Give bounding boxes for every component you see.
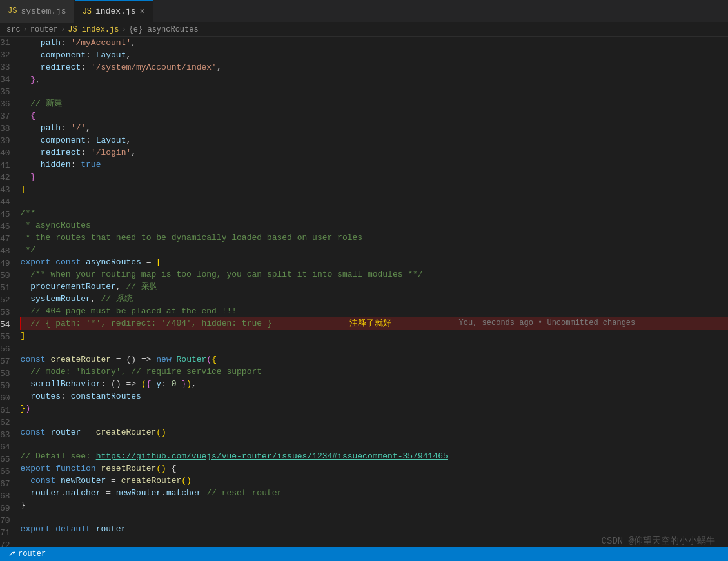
watermark: CSDN @仰望天空的小小蜗牛 bbox=[602, 535, 715, 547]
ln-39: 39 bbox=[0, 135, 21, 147]
breadcrumb-file: JS index.js bbox=[68, 25, 119, 34]
ln-69: 69 bbox=[0, 502, 21, 515]
code-line-65: // Detail see: https://github.com/vuejs/… bbox=[21, 450, 728, 462]
code-line-33: redirect: '/system/myAccount/index', bbox=[21, 61, 728, 74]
breadcrumb-symbol: {e} asyncRoutes bbox=[129, 25, 199, 34]
ln-51: 51 bbox=[0, 282, 21, 294]
code-line-46: * asyncRoutes bbox=[21, 219, 728, 231]
tab-label-index: index.js bbox=[95, 6, 135, 16]
code-line-34: }, bbox=[21, 74, 728, 86]
code-line-35 bbox=[21, 86, 728, 97]
tab-index-js[interactable]: JS index.js × bbox=[75, 0, 153, 23]
ln-38: 38 bbox=[0, 123, 21, 135]
code-line-63: const router = createRouter() bbox=[21, 426, 728, 438]
ln-44: 44 bbox=[0, 196, 21, 208]
ln-49: 49 bbox=[0, 257, 21, 270]
annotation-text: 注释了就好 bbox=[349, 317, 391, 330]
ln-46: 46 bbox=[0, 221, 21, 233]
code-line-51: procurementRouter, // 采购 bbox=[21, 280, 728, 293]
tab-bar: JS system.js JS index.js × bbox=[0, 0, 728, 23]
code-content: path: '/myAccount', component: Layout, r… bbox=[21, 37, 728, 547]
code-line-67: const newRouter = createRouter() bbox=[21, 475, 728, 487]
ln-47: 47 bbox=[0, 233, 21, 245]
code-line-44 bbox=[21, 195, 728, 207]
ln-59: 59 bbox=[0, 380, 21, 392]
status-bar: ⎇ router bbox=[0, 547, 728, 561]
js-icon-2: JS bbox=[83, 7, 92, 16]
ln-67: 67 bbox=[0, 478, 21, 490]
ln-34: 34 bbox=[0, 74, 21, 86]
ln-52: 52 bbox=[0, 294, 21, 306]
ln-36: 36 bbox=[0, 98, 21, 110]
ln-37: 37 bbox=[0, 110, 21, 123]
ln-63: 63 bbox=[0, 429, 21, 441]
code-line-54: // { path: '*', redirect: '/404', hidden… bbox=[21, 317, 728, 330]
tab-close-icon[interactable]: × bbox=[139, 6, 144, 17]
ln-71: 71 bbox=[0, 527, 21, 539]
ln-40: 40 bbox=[0, 147, 21, 159]
ln-35: 35 bbox=[0, 86, 21, 98]
ln-62: 62 bbox=[0, 417, 21, 429]
status-branch: router bbox=[18, 549, 46, 558]
code-area: 31 32 33 34 35 36 37 38 39 40 41 42 43 4… bbox=[0, 37, 728, 547]
tab-label-system: system.js bbox=[21, 6, 66, 16]
code-line-48: */ bbox=[21, 244, 728, 256]
ln-45: 45 bbox=[0, 208, 21, 221]
code-line-50: /** when your routing map is too long, y… bbox=[21, 268, 728, 280]
code-line-70 bbox=[21, 511, 728, 523]
breadcrumb-src: src bbox=[6, 25, 21, 34]
code-line-41: hidden: true bbox=[21, 159, 728, 171]
ln-32: 32 bbox=[0, 49, 21, 61]
breadcrumb-router: router bbox=[30, 25, 58, 34]
code-line-58: // mode: 'history', // require service s… bbox=[21, 366, 728, 378]
ln-65: 65 bbox=[0, 453, 21, 466]
ln-70: 70 bbox=[0, 515, 21, 527]
ln-57: 57 bbox=[0, 355, 21, 368]
ln-33: 33 bbox=[0, 61, 21, 74]
ln-55: 55 bbox=[0, 331, 21, 343]
code-line-62 bbox=[21, 415, 728, 426]
ln-66: 66 bbox=[0, 466, 21, 478]
status-branch-icon: ⎇ bbox=[6, 549, 15, 559]
code-line-37: { bbox=[21, 110, 728, 122]
ln-54: 54 bbox=[0, 319, 21, 331]
code-line-45: /** bbox=[21, 207, 728, 219]
code-line-47: * the routes that need to be dynamically… bbox=[21, 231, 728, 244]
code-line-32: component: Layout, bbox=[21, 49, 728, 61]
ln-60: 60 bbox=[0, 392, 21, 404]
code-line-53: // 404 page must be placed at the end !!… bbox=[21, 305, 728, 317]
code-line-42: } bbox=[21, 171, 728, 183]
code-line-57: const createRouter = () => new Router({ bbox=[21, 353, 728, 366]
js-icon: JS bbox=[8, 6, 17, 15]
code-line-55: ] bbox=[21, 330, 728, 342]
ln-43: 43 bbox=[0, 184, 21, 196]
ln-48: 48 bbox=[0, 245, 21, 257]
code-line-60: routes: constantRoutes bbox=[21, 390, 728, 402]
ln-56: 56 bbox=[0, 343, 21, 355]
ln-31: 31 bbox=[0, 37, 21, 49]
code-line-31: path: '/myAccount', bbox=[21, 37, 728, 49]
code-line-68: router.matcher = newRouter.matcher // re… bbox=[21, 487, 728, 499]
breadcrumb-sep-3: › bbox=[121, 25, 126, 34]
ln-42: 42 bbox=[0, 172, 21, 184]
code-line-59: scrollBehavior: () => ({ y: 0 }), bbox=[21, 378, 728, 390]
code-line-36: // 新建 bbox=[21, 97, 728, 110]
code-line-52: systemRouter, // 系统 bbox=[21, 293, 728, 305]
ln-58: 58 bbox=[0, 368, 21, 380]
tab-system-js[interactable]: JS system.js bbox=[0, 0, 75, 23]
ln-64: 64 bbox=[0, 441, 21, 453]
code-line-69: } bbox=[21, 499, 728, 511]
code-line-61: }) bbox=[21, 402, 728, 415]
commit-info: You, seconds ago • Uncommitted changes bbox=[459, 317, 636, 330]
code-line-56 bbox=[21, 342, 728, 353]
code-line-64 bbox=[21, 438, 728, 450]
code-line-38: path: '/', bbox=[21, 122, 728, 134]
line-numbers: 31 32 33 34 35 36 37 38 39 40 41 42 43 4… bbox=[0, 37, 21, 547]
code-line-43: ] bbox=[21, 183, 728, 195]
breadcrumb-sep-1: › bbox=[23, 25, 28, 34]
ln-50: 50 bbox=[0, 270, 21, 282]
ln-53: 53 bbox=[0, 306, 21, 319]
code-line-71: export default router bbox=[21, 523, 728, 535]
ln-41: 41 bbox=[0, 159, 21, 172]
breadcrumb: src › router › JS index.js › {e} asyncRo… bbox=[0, 23, 728, 37]
